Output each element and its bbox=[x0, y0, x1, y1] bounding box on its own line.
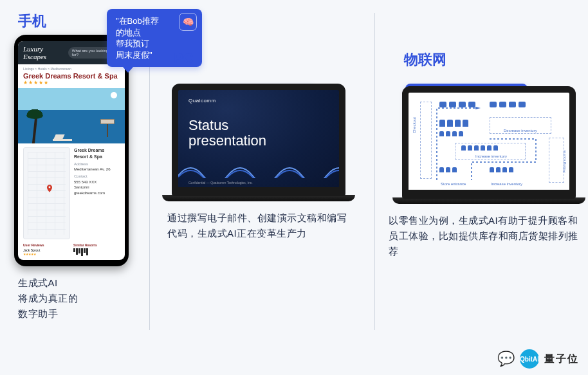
bubble-text: "在Bob推荐 的地点 帮我预订 周末度假" bbox=[116, 16, 159, 60]
divider bbox=[374, 13, 375, 330]
mini-bar-chart bbox=[73, 248, 120, 256]
caption: 生成式AI 将成为真正的 数字助手 bbox=[18, 275, 143, 322]
map-thumbnail[interactable] bbox=[23, 147, 70, 239]
hero-photo bbox=[18, 88, 125, 143]
svg-marker-0 bbox=[475, 107, 481, 109]
contact-site: greekdreams.com bbox=[74, 190, 120, 196]
label-checkout: Checkout bbox=[412, 116, 416, 133]
slide-brand: Qualcomm bbox=[188, 98, 329, 104]
column-title: PC bbox=[174, 50, 374, 67]
watermark: 💬 QbitAI 量子位 bbox=[497, 349, 579, 369]
caption: 以零售业为例，生成式AI有助于提升顾客和员工体验，比如提供库存和商店货架排列推荐 bbox=[389, 213, 582, 259]
map-pin-icon bbox=[45, 183, 54, 192]
watermark-name: 量子位 bbox=[544, 352, 579, 366]
column-title: 物联网 bbox=[404, 50, 585, 69]
laptop-device: Qualcomm Status presentation Confidentia… bbox=[162, 84, 355, 201]
contact-phone: 555 543 XXX bbox=[74, 179, 120, 185]
caption: 通过撰写电子邮件、创建演示文稿和编写代码，生成式AI正在变革生产力 bbox=[167, 210, 347, 241]
phone-screen: Luxury Escapes What are you looking for?… bbox=[18, 41, 125, 260]
floor-plan: Checkout Decrease inventory Increase inv… bbox=[414, 98, 564, 185]
address: Mediterranean Av. 26 bbox=[74, 167, 120, 172]
laptop-device: Checkout Decrease inventory Increase inv… bbox=[392, 86, 585, 204]
reviews-heading: User Reviews bbox=[23, 243, 69, 247]
rating-stars: ★★★★★ bbox=[18, 80, 125, 88]
contact-label: Contact bbox=[74, 174, 120, 179]
column-phone: 手机 "在Bob推荐 的地点 帮我预订 周末度假" 🧠 Luxury Escap… bbox=[14, 12, 143, 375]
slide-wave-graphic bbox=[178, 156, 339, 178]
phone-device: Luxury Escapes What are you looking for?… bbox=[14, 35, 129, 266]
address-label: Address bbox=[74, 161, 120, 167]
slide-footer: Confidential — Qualcomm Technologies, In… bbox=[188, 181, 253, 185]
hotel-name: Greek Dreams Resort & Spa bbox=[18, 71, 125, 80]
path-arrow bbox=[433, 98, 562, 188]
hotel-info: Greek Dreams Resort & Spa Address Medite… bbox=[74, 147, 120, 239]
laptop-screen: Qualcomm Status presentation Confidentia… bbox=[172, 84, 345, 196]
laptop-screen: Checkout Decrease inventory Increase inv… bbox=[402, 86, 576, 199]
info-title: Greek Dreams Resort & Spa bbox=[74, 147, 120, 160]
column-pc: PC "根据团队建议， 帮我为老板准备 进度演示文稿" 🧠 Qualcomm S… bbox=[162, 12, 374, 375]
app-brand: Luxury Escapes bbox=[23, 45, 68, 60]
contact-city: Santorini bbox=[74, 185, 120, 190]
watermark-avatar: QbitAI bbox=[520, 349, 539, 369]
infographic: 手机 "在Bob推荐 的地点 帮我预订 周末度假" 🧠 Luxury Escap… bbox=[0, 0, 588, 375]
label-fitting: Fitting rooms bbox=[563, 151, 567, 173]
column-iot: 物联网 "建议如何调整 库存和商店布局 来提高运动商品区的 用户满意度" 🧠 C… bbox=[392, 12, 585, 375]
review-stars: ★★★★★ bbox=[23, 252, 69, 256]
stats-heading: Similar Resorts bbox=[73, 243, 120, 247]
avatar-text: QbitAI bbox=[520, 356, 539, 363]
wechat-icon: 💬 bbox=[497, 351, 515, 367]
slide-heading: Status presentation bbox=[188, 118, 329, 149]
